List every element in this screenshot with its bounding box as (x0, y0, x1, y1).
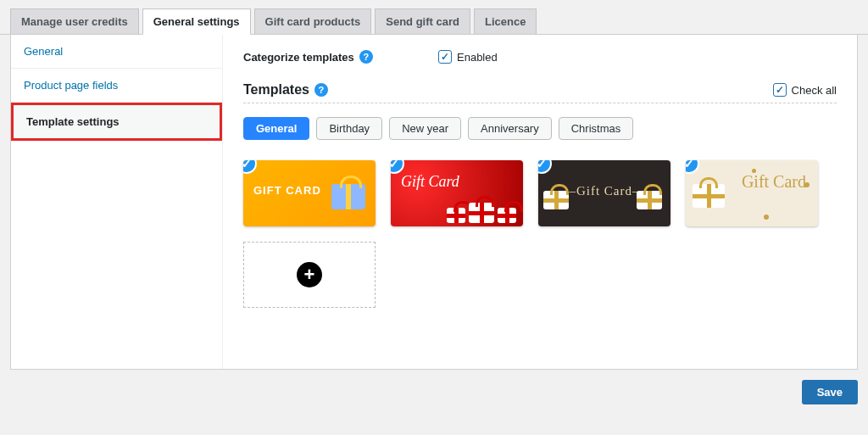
categorize-templates-label: Categorize templates ? (243, 50, 438, 64)
sidebar-item-general[interactable]: General (11, 35, 222, 69)
help-icon[interactable]: ? (314, 83, 328, 97)
footer: Save (0, 370, 868, 415)
selected-badge-icon: ✓ (243, 160, 257, 174)
template-card[interactable]: ✓ –Gift Card– (538, 160, 670, 226)
template-card[interactable]: ✓ Gift Card (391, 160, 523, 226)
card-text: Gift Card (742, 174, 806, 189)
templates-title-text: Templates (243, 82, 309, 98)
category-pill-general[interactable]: General (243, 117, 309, 140)
category-pill-christmas[interactable]: Christmas (559, 117, 634, 140)
template-card[interactable]: ✓ GIFT CARD (243, 160, 376, 226)
selected-badge-icon: ✓ (686, 160, 699, 174)
check-all-label: Check all (792, 84, 837, 97)
add-template-button[interactable]: + (243, 242, 376, 308)
sidebar-item-template-settings[interactable]: Template settings (11, 103, 222, 141)
check-all-checkbox[interactable]: Check all (773, 83, 837, 97)
categorize-templates-row: Categorize templates ? Enabled (243, 50, 837, 64)
tab-licence[interactable]: Licence (474, 8, 537, 35)
category-pills: General Birthday New year Anniversary Ch… (243, 117, 837, 140)
selected-badge-icon: ✓ (538, 160, 552, 174)
settings-panel: General Product page fields Template set… (10, 35, 858, 370)
categorize-enabled-checkbox[interactable]: Enabled (438, 50, 498, 64)
template-card[interactable]: ✓ Gift Card (686, 160, 818, 226)
templates-title: Templates ? (243, 82, 328, 98)
gift-icon (543, 191, 572, 220)
selected-badge-icon: ✓ (391, 160, 404, 174)
sidebar-item-product-page-fields[interactable]: Product page fields (11, 69, 222, 103)
card-text: Gift Card (401, 174, 459, 189)
help-icon[interactable]: ? (359, 50, 373, 64)
tab-manage-user-credits[interactable]: Manage user credits (10, 8, 139, 35)
gift-icon (331, 184, 369, 221)
gift-icon (637, 191, 665, 220)
checkbox-icon (438, 50, 452, 64)
plus-icon: + (297, 262, 322, 287)
tab-general-settings[interactable]: General settings (142, 8, 251, 35)
category-pill-new-year[interactable]: New year (389, 117, 461, 140)
card-text: GIFT CARD (253, 184, 321, 197)
settings-sidebar: General Product page fields Template set… (11, 35, 223, 369)
category-pill-anniversary[interactable]: Anniversary (468, 117, 552, 140)
save-button[interactable]: Save (802, 380, 858, 404)
settings-content: Categorize templates ? Enabled Templates… (223, 35, 857, 369)
enabled-label: Enabled (457, 51, 498, 64)
templates-section-header: Templates ? Check all (243, 82, 837, 103)
tab-gift-card-products[interactable]: Gift card products (254, 8, 372, 35)
checkbox-icon (773, 83, 787, 97)
gift-icon (447, 203, 516, 223)
gift-icon (693, 184, 730, 221)
template-cards: ✓ GIFT CARD ✓ Gift Card ✓ –Gift Card– (243, 160, 837, 308)
top-tabs: Manage user credits General settings Gif… (0, 0, 868, 35)
categorize-label-text: Categorize templates (243, 51, 354, 64)
category-pill-birthday[interactable]: Birthday (316, 117, 382, 140)
tab-send-gift-card[interactable]: Send gift card (375, 8, 470, 35)
